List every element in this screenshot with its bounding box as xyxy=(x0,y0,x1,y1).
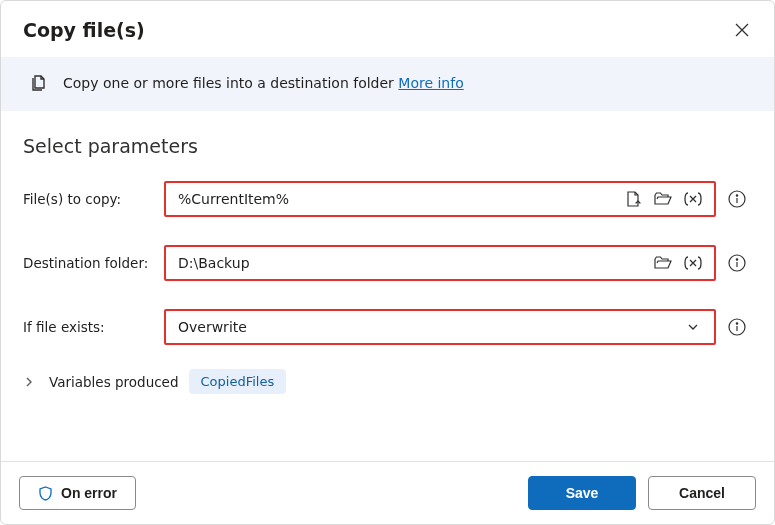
save-button[interactable]: Save xyxy=(528,476,636,510)
variables-produced-label: Variables produced xyxy=(49,374,179,390)
info-button-dest[interactable] xyxy=(722,254,752,272)
variables-produced-row[interactable]: Variables produced CopiedFiles xyxy=(23,369,752,394)
svg-point-3 xyxy=(736,259,737,260)
dropdown-toggle[interactable] xyxy=(680,315,706,339)
info-banner: Copy one or more files into a destinatio… xyxy=(1,57,774,111)
if-file-exists-label: If file exists: xyxy=(23,319,158,335)
select-file-button[interactable] xyxy=(620,187,646,211)
variable-chip-copiedfiles[interactable]: CopiedFiles xyxy=(189,369,287,394)
if-file-exists-select[interactable]: Overwrite xyxy=(164,309,716,345)
chevron-right-icon xyxy=(23,376,35,388)
folder-open-icon xyxy=(654,191,672,207)
insert-variable-button[interactable] xyxy=(680,187,706,211)
files-to-copy-input[interactable]: %CurrentItem% xyxy=(164,181,716,217)
browse-folder-button-dest[interactable] xyxy=(650,251,676,275)
insert-variable-button-dest[interactable] xyxy=(680,251,706,275)
files-to-copy-label: File(s) to copy: xyxy=(23,191,158,207)
files-to-copy-value: %CurrentItem% xyxy=(178,191,616,207)
close-button[interactable] xyxy=(732,20,752,40)
info-icon xyxy=(728,190,746,208)
info-button-exists[interactable] xyxy=(722,318,752,336)
chevron-down-icon xyxy=(686,320,700,334)
destination-folder-label: Destination folder: xyxy=(23,255,158,271)
folder-open-icon xyxy=(654,255,672,271)
svg-point-5 xyxy=(736,323,737,324)
variable-icon xyxy=(683,191,703,207)
info-button-files[interactable] xyxy=(722,190,752,208)
file-add-icon xyxy=(625,191,641,207)
variable-icon xyxy=(683,255,703,271)
section-title: Select parameters xyxy=(23,135,752,157)
browse-folder-button[interactable] xyxy=(650,187,676,211)
info-icon xyxy=(728,318,746,336)
dialog-title: Copy file(s) xyxy=(23,19,145,41)
shield-icon xyxy=(38,486,53,501)
cancel-button[interactable]: Cancel xyxy=(648,476,756,510)
banner-text: Copy one or more files into a destinatio… xyxy=(63,75,394,91)
on-error-button[interactable]: On error xyxy=(19,476,136,510)
close-icon xyxy=(735,23,749,37)
info-icon xyxy=(728,254,746,272)
if-file-exists-value: Overwrite xyxy=(178,319,676,335)
copy-icon xyxy=(29,73,49,93)
destination-folder-value: D:\Backup xyxy=(178,255,646,271)
svg-point-1 xyxy=(736,195,737,196)
more-info-link[interactable]: More info xyxy=(398,75,463,91)
on-error-label: On error xyxy=(61,485,117,501)
destination-folder-input[interactable]: D:\Backup xyxy=(164,245,716,281)
